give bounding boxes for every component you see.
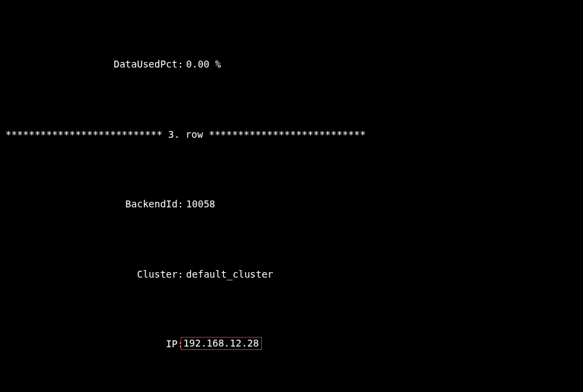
field-label: IP — [26, 337, 178, 351]
field-ip: IP:192.168.12.28 — [3, 323, 580, 365]
field-cluster: Cluster:default_cluster — [3, 253, 580, 295]
field-label: Cluster — [26, 267, 178, 281]
colon: : — [178, 57, 183, 71]
prev-row-dataused: DataUsedPct:0.00 % — [3, 43, 580, 85]
terminal-output: DataUsedPct:0.00 % *********************… — [0, 0, 583, 392]
field-value: 0.00 % — [183, 57, 224, 71]
field-value: 10058 — [183, 197, 218, 211]
field-backendid: BackendId:10058 — [3, 183, 580, 225]
row-separator: *************************** 3. row *****… — [3, 127, 580, 141]
field-value: default_cluster — [183, 267, 276, 281]
field-value: 192.168.12.28 — [181, 337, 262, 350]
field-label: DataUsedPct — [26, 57, 178, 71]
field-label: BackendId — [26, 197, 178, 211]
